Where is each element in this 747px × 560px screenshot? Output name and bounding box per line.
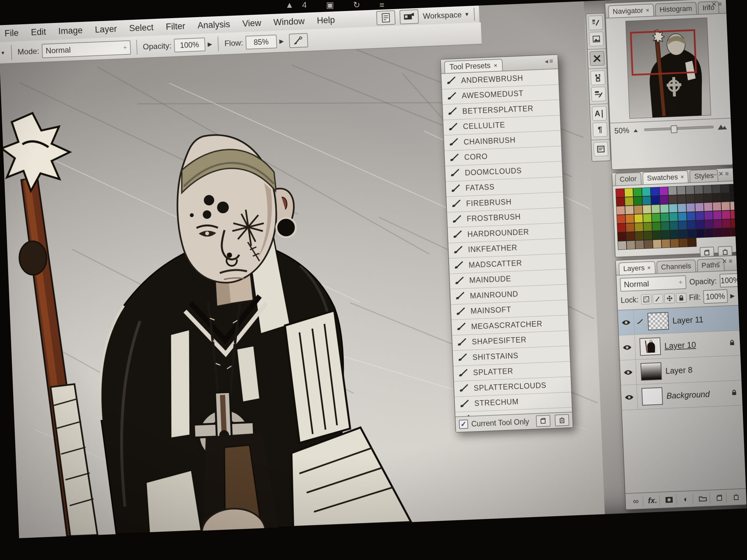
swatch[interactable] <box>704 220 713 229</box>
swatch[interactable] <box>616 206 625 215</box>
tool-presets-dock-icon[interactable] <box>590 51 605 66</box>
swatch[interactable] <box>730 210 739 219</box>
swatches-tab-swatches[interactable]: Swatches× <box>642 170 689 184</box>
swatch[interactable] <box>679 238 688 247</box>
swatch[interactable] <box>661 222 670 231</box>
swatch[interactable] <box>713 219 722 229</box>
zoom-percent-field[interactable]: 50% <box>614 126 629 135</box>
brushes-panel-icon[interactable] <box>591 86 606 102</box>
swatch[interactable] <box>687 220 696 230</box>
close-icon[interactable]: × <box>647 264 651 271</box>
swatch[interactable] <box>642 187 651 196</box>
swatch[interactable] <box>678 221 687 230</box>
swatch[interactable] <box>659 187 668 196</box>
swatch[interactable] <box>669 213 678 222</box>
panel-menu-icon[interactable]: ≡ <box>728 258 734 265</box>
visibility-eye-icon[interactable] <box>620 360 637 385</box>
swatch[interactable] <box>660 213 669 222</box>
mode-dropdown[interactable]: Normal÷ <box>42 40 131 58</box>
swatch[interactable] <box>643 222 652 231</box>
zoom-slider[interactable] <box>644 126 714 131</box>
lock-transparency-icon[interactable] <box>641 294 652 304</box>
layer-thumbnail[interactable] <box>639 337 661 356</box>
flow-input[interactable]: 85% <box>246 35 277 50</box>
swatch[interactable] <box>722 219 731 228</box>
swatch[interactable] <box>633 188 642 197</box>
close-icon[interactable]: ✕ <box>722 258 729 265</box>
close-icon[interactable]: × <box>646 7 649 14</box>
close-icon[interactable]: × <box>680 174 684 180</box>
delete-preset-button[interactable] <box>555 414 569 426</box>
minimize-icon[interactable]: – <box>706 1 711 8</box>
layer-thumbnail[interactable] <box>640 362 662 381</box>
panel-menu-icon[interactable]: ≡ <box>718 0 724 7</box>
swatch[interactable] <box>721 202 730 211</box>
layer-mask-icon[interactable] <box>662 494 677 506</box>
swatch[interactable] <box>626 232 635 241</box>
layer-name[interactable]: Layer 11 <box>672 315 704 325</box>
swatch[interactable] <box>677 194 686 204</box>
character-panel-icon[interactable]: A∣ <box>592 106 607 121</box>
layer-name[interactable]: Layer 8 <box>665 365 693 376</box>
swatch[interactable] <box>722 228 731 237</box>
swatch[interactable] <box>643 214 652 223</box>
swatch[interactable] <box>729 184 738 193</box>
swatch[interactable] <box>686 212 695 221</box>
swatch[interactable] <box>626 223 635 232</box>
swatch[interactable] <box>635 223 644 232</box>
swatch[interactable] <box>642 196 651 205</box>
swatch[interactable] <box>712 202 721 211</box>
panel-menu-icon[interactable]: ≡ <box>725 170 730 177</box>
new-group-icon[interactable] <box>695 492 710 504</box>
layer-name[interactable]: Layer 10 <box>664 340 696 351</box>
link-layers-icon[interactable]: ∞ <box>629 496 643 507</box>
swatch[interactable] <box>721 210 730 219</box>
swatch[interactable] <box>660 195 669 205</box>
swatch[interactable] <box>624 197 634 206</box>
menu-file[interactable]: File <box>0 28 25 38</box>
current-tool-only-checkbox[interactable]: ✓ <box>459 420 468 429</box>
opacity-input[interactable]: 100% <box>174 37 206 53</box>
swatch[interactable] <box>634 205 643 214</box>
swatch[interactable] <box>624 188 633 197</box>
menu-layer[interactable]: Layer <box>88 24 123 35</box>
menu-analysis[interactable]: Analysis <box>191 19 237 31</box>
swatch[interactable] <box>713 211 722 220</box>
menu-edit[interactable]: Edit <box>25 27 53 37</box>
swatch[interactable] <box>668 186 677 195</box>
swatch[interactable] <box>712 184 721 193</box>
fill-input[interactable]: 100% <box>703 289 728 304</box>
tool-preset-picker-arrow[interactable]: ▼ <box>0 50 5 56</box>
close-icon[interactable]: × <box>493 61 497 69</box>
zoom-in-icon[interactable] <box>717 123 727 130</box>
swatch[interactable] <box>652 231 662 240</box>
swatch[interactable] <box>712 193 721 202</box>
swatch[interactable] <box>730 201 739 210</box>
flow-slider-arrow[interactable]: ▶ <box>279 37 284 45</box>
swatch[interactable] <box>653 239 662 248</box>
swatch[interactable] <box>617 223 626 232</box>
swatch[interactable] <box>635 231 644 240</box>
visibility-eye-icon[interactable] <box>618 310 635 335</box>
device-central-button[interactable] <box>400 9 419 24</box>
panel-menu-icon[interactable]: ≡ <box>549 57 555 65</box>
delete-layer-icon[interactable] <box>729 491 743 503</box>
collapse-icon[interactable]: ◂ <box>545 57 549 65</box>
navigator-tab-histogram[interactable]: Histogram <box>655 2 697 16</box>
lock-pixels-icon[interactable] <box>653 294 663 304</box>
swatch[interactable] <box>695 211 704 220</box>
swatch[interactable] <box>651 205 660 214</box>
menu-window[interactable]: Window <box>267 16 311 28</box>
menu-select[interactable]: Select <box>123 22 160 34</box>
swatch[interactable] <box>705 229 714 238</box>
layer-row-background[interactable]: Background <box>621 380 743 410</box>
swatch[interactable] <box>678 230 688 239</box>
swatch[interactable] <box>634 214 643 223</box>
swatch[interactable] <box>615 188 624 197</box>
airbrush-toggle[interactable] <box>288 33 308 48</box>
lock-position-icon[interactable] <box>664 293 675 303</box>
swatch[interactable] <box>633 196 642 206</box>
clone-source-icon[interactable] <box>590 70 605 85</box>
swatch[interactable] <box>644 240 653 249</box>
zoom-slider-thumb[interactable] <box>670 125 677 133</box>
